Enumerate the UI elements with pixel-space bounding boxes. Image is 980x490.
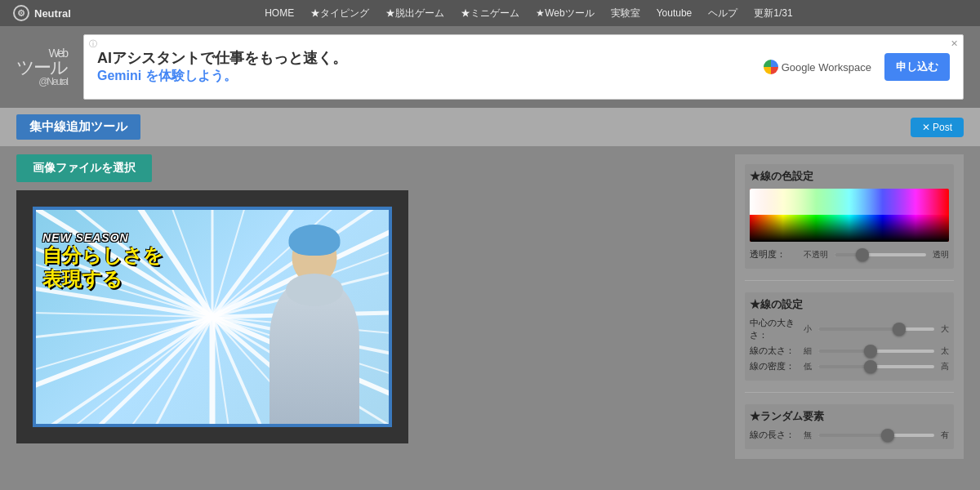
preview-image-container: NEW SEASON 自分らしさを 表現する [33, 207, 392, 427]
ad-apply-button[interactable]: 申し込む [884, 53, 950, 81]
tweet-button[interactable]: ✕ Post [911, 118, 964, 137]
banner-new-season-text: NEW SEASON [42, 231, 163, 244]
center-size-max: 大 [941, 323, 949, 335]
nav-escape[interactable]: ★脱出ゲーム [385, 7, 444, 20]
line-width-track[interactable] [818, 350, 934, 353]
logo-author: @Neutral [16, 77, 67, 87]
ad-subtitle-suffix: を体験しよう。 [145, 69, 237, 82]
google-workspace-text: Google Workspace [782, 61, 871, 74]
opacity-slider-thumb[interactable] [856, 248, 869, 261]
line-width-thumb[interactable] [864, 345, 877, 358]
main-content: 画像ファイルを選択 [0, 146, 980, 475]
nav-help[interactable]: ヘルプ [708, 7, 737, 20]
nav-typing[interactable]: ★タイピング [310, 7, 369, 20]
line-density-track[interactable] [818, 365, 934, 368]
google-workspace-logo: Google Workspace [764, 60, 871, 74]
nav-logo: ⚙ Neutral [13, 5, 71, 21]
line-width-label: 線の太さ： [750, 345, 799, 357]
center-size-min: 小 [804, 323, 812, 335]
color-section: ★線の色設定 [745, 164, 954, 269]
line-density-min: 低 [804, 361, 812, 372]
tool-titlebar: 集中線追加ツール ✕ Post [0, 108, 980, 146]
ad-content: AIアシスタントで仕事をもっと速く。 Gemini を体験しよう。 [97, 49, 751, 85]
center-size-track[interactable] [818, 327, 934, 331]
center-size-thumb[interactable] [893, 323, 906, 336]
line-density-label: 線の密度： [750, 360, 799, 372]
ad-gemini: Gemini [97, 69, 141, 82]
opacity-slider-row: 透明度： 不透明 透明 [750, 248, 949, 261]
person-figure [261, 223, 368, 427]
site-logo: Webツール @Neutral [16, 47, 67, 87]
center-size-slider-row: 中心の大きさ： 小 大 [750, 317, 949, 341]
opacity-slider-track[interactable] [835, 253, 926, 256]
line-length-track[interactable] [818, 434, 934, 437]
person-hair [289, 225, 341, 256]
nav-youtube[interactable]: Youtube [657, 7, 693, 19]
svg-rect-36 [750, 189, 949, 215]
opacity-label: 透明度： [750, 248, 799, 261]
nav-update[interactable]: 更新1/31 [754, 7, 792, 20]
ad-subtitle: Gemini を体験しよう。 [97, 68, 751, 85]
nav-lab[interactable]: 実験室 [611, 7, 640, 20]
opacity-min-label: 不透明 [804, 249, 828, 261]
line-density-fill [818, 365, 871, 368]
google-g-icon [764, 60, 778, 74]
line-width-slider-row: 線の太さ： 細 太 [750, 345, 949, 357]
banner-main-text: 自分らしさを 表現する [42, 244, 163, 292]
line-length-label: 線の長さ： [750, 429, 799, 441]
line-length-slider-row: 線の長さ： 無 有 [750, 429, 949, 441]
image-preview-area: NEW SEASON 自分らしさを 表現する [16, 190, 408, 443]
color-palette[interactable] [750, 189, 949, 242]
random-section: ★ランダム要素 線の長さ： 無 有 [745, 404, 954, 449]
nav-logo-text: Neutral [34, 7, 71, 20]
opacity-max-label: 透明 [933, 249, 949, 261]
line-density-thumb[interactable] [864, 360, 877, 373]
person-hood [286, 274, 343, 306]
ad-google-area: Google Workspace [764, 60, 871, 74]
site-header: Webツール @Neutral ⓘ AIアシスタントで仕事をもっと速く。 Gem… [0, 26, 980, 108]
gear-icon: ⚙ [13, 5, 29, 21]
banner-background: NEW SEASON 自分らしさを 表現する [33, 207, 392, 427]
ad-close-button[interactable]: ✕ [951, 38, 958, 49]
banner-text-overlay: NEW SEASON 自分らしさを 表現する [42, 231, 163, 292]
nav-home[interactable]: HOME [265, 7, 294, 19]
center-size-label: 中心の大きさ： [750, 317, 799, 341]
divider-2 [745, 392, 954, 393]
ad-banner: ⓘ AIアシスタントで仕事をもっと速く。 Gemini を体験しよう。 Goog… [83, 34, 964, 100]
center-size-fill [818, 327, 899, 331]
line-length-min: 無 [804, 430, 812, 441]
line-settings-section: ★線の設定 中心の大きさ： 小 大 線の太さ： 細 太 [745, 292, 954, 381]
divider-1 [745, 280, 954, 281]
svg-rect-38 [750, 215, 949, 242]
line-density-max: 高 [941, 361, 949, 372]
tool-title: 集中線追加ツール [16, 114, 140, 140]
color-palette-svg [750, 189, 949, 242]
ad-title: AIアシスタントで仕事をもっと速く。 [97, 49, 751, 68]
line-length-max: 有 [941, 430, 949, 441]
left-panel: 画像ファイルを選択 [16, 154, 727, 459]
svg-line-23 [212, 207, 245, 317]
ad-info-icon: ⓘ [89, 38, 97, 50]
line-width-max: 太 [941, 345, 949, 357]
line-length-fill [818, 434, 888, 437]
line-length-thumb[interactable] [881, 429, 894, 442]
nav-webtool[interactable]: ★Webツール [536, 7, 594, 20]
navbar: ⚙ Neutral HOME ★タイピング ★脱出ゲーム ★ミニゲーム ★Web… [0, 0, 980, 26]
right-panel: ★線の色設定 [735, 154, 964, 459]
line-width-min: 細 [804, 345, 812, 357]
nav-links: HOME ★タイピング ★脱出ゲーム ★ミニゲーム ★Webツール 実験室 Yo… [265, 7, 792, 20]
color-section-title: ★線の色設定 [750, 169, 949, 184]
line-density-slider-row: 線の密度： 低 高 [750, 360, 949, 372]
file-select-button[interactable]: 画像ファイルを選択 [16, 154, 152, 182]
nav-minigame[interactable]: ★ミニゲーム [461, 7, 519, 20]
random-section-title: ★ランダム要素 [750, 409, 949, 424]
line-width-fill [818, 350, 871, 353]
line-section-title: ★線の設定 [750, 297, 949, 312]
